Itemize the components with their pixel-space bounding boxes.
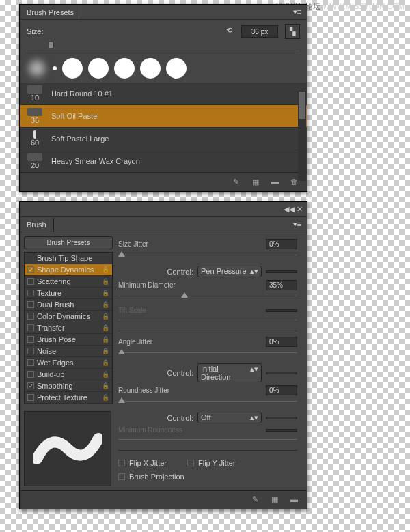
checkbox[interactable] [27, 278, 34, 285]
brush-projection-checkbox[interactable] [118, 473, 125, 480]
min-diameter-input[interactable]: 35% [266, 280, 297, 290]
opt-wet-edges: Wet Edges🔒 [25, 357, 112, 369]
new-preset-icon[interactable]: ▬ [271, 178, 281, 187]
opt-build-up: Build-up🔒 [25, 369, 112, 380]
lock-icon[interactable]: 🔒 [102, 348, 109, 354]
flip-y-checkbox[interactable] [187, 460, 194, 466]
angle-control-dropdown[interactable]: Initial Direction▴▾ [197, 363, 262, 382]
checkbox[interactable] [27, 266, 34, 273]
checkbox[interactable] [27, 348, 34, 354]
flip-x-checkbox[interactable] [118, 460, 125, 466]
new-preset-icon[interactable]: ▬ [290, 495, 300, 505]
lock-icon[interactable]: 🔒 [102, 290, 109, 296]
tab-brush-presets[interactable]: Brush Presets [20, 5, 81, 19]
brush-toggle-icon[interactable]: ✎ [233, 178, 243, 187]
opt-smoothing[interactable]: Smoothing🔒 [25, 380, 112, 392]
lock-icon[interactable]: 🔒 [102, 278, 109, 285]
lock-icon[interactable]: 🔒 [102, 394, 109, 401]
size-jitter-input[interactable]: 0% [266, 239, 297, 249]
trash-icon[interactable]: 🗑 [290, 178, 300, 187]
brush-preview [24, 411, 111, 486]
stroke-previews [20, 54, 307, 83]
brush-options-list: Brush Tip Shape Shape Dynamics🔒Scatterin… [24, 252, 113, 404]
lock-icon[interactable]: 🔒 [102, 359, 109, 366]
lock-icon[interactable]: 🔒 [102, 266, 109, 273]
opt-transfer[interactable]: Transfer🔒 [25, 322, 112, 334]
lock-icon[interactable]: 🔒 [102, 371, 109, 378]
size-input[interactable] [241, 25, 278, 38]
brush-item[interactable]: 36Soft Oil Pastel [20, 105, 307, 128]
checkbox[interactable] [27, 382, 34, 389]
opt-noise[interactable]: Noise🔒 [25, 346, 112, 357]
size-label: Size: [27, 27, 43, 36]
angle-jitter-slider[interactable] [118, 350, 297, 356]
preset-view-icon[interactable]: ▦ [252, 178, 262, 187]
checkbox [27, 290, 34, 296]
lock-icon[interactable]: 🔒 [102, 324, 109, 331]
lock-icon[interactable]: 🔒 [102, 382, 109, 389]
brush-presets-panel: Brush Presets ▾≡ Size: ⟲ ▚ 10Hard Round … [19, 4, 308, 192]
checkbox [27, 301, 34, 308]
brush-item[interactable]: 10Hard Round 10 #1 [20, 83, 307, 105]
tab-brush[interactable]: Brush [20, 218, 54, 232]
lock-icon[interactable]: 🔒 [102, 336, 109, 343]
angle-jitter-input[interactable]: 0% [266, 337, 297, 347]
size-control-dropdown[interactable]: Pen Pressure▴▾ [197, 266, 262, 277]
toggle-preview-icon[interactable]: ▚ [285, 24, 300, 39]
reset-size-icon[interactable]: ⟲ [226, 26, 237, 37]
opt-brush-pose[interactable]: Brush Pose🔒 [25, 334, 112, 346]
opt-dual-brush: Dual Brush🔒 [25, 299, 112, 311]
scrollbar[interactable] [298, 91, 306, 181]
lock-icon[interactable]: 🔒 [102, 301, 109, 308]
checkbox[interactable] [27, 324, 34, 331]
brush-toggle-icon[interactable]: ✎ [252, 495, 262, 505]
checkbox [27, 371, 34, 378]
brush-item[interactable]: 20Heavy Smear Wax Crayon [20, 150, 307, 173]
lock-icon[interactable]: 🔒 [102, 313, 109, 320]
checkbox[interactable] [27, 336, 34, 343]
opt-color-dynamics: Color Dynamics🔒 [25, 311, 112, 322]
brush-presets-button[interactable]: Brush Presets [24, 236, 113, 249]
opt-shape-dynamics[interactable]: Shape Dynamics🔒 [25, 264, 112, 276]
brush-item[interactable]: 60Soft Pastel Large [20, 128, 307, 150]
opt-scattering[interactable]: Scattering🔒 [25, 276, 112, 288]
opt-texture: Texture🔒 [25, 288, 112, 299]
roundness-control-dropdown[interactable]: Off▴▾ [197, 412, 262, 423]
checkbox [27, 359, 34, 366]
size-jitter-slider[interactable] [118, 252, 297, 259]
roundness-jitter-input[interactable]: 0% [266, 385, 297, 395]
min-diameter-slider[interactable] [118, 293, 297, 300]
opt-tip-shape[interactable]: Brush Tip Shape [25, 253, 112, 264]
brush-panel: ◀◀ ✕ Brush ▾≡ Brush Presets Brush Tip Sh… [19, 201, 308, 509]
checkbox [27, 394, 34, 401]
panel-menu-icon[interactable]: ▾≡ [288, 220, 307, 229]
opt-protect-texture: Protect Texture🔒 [25, 392, 112, 404]
brush-list: 10Hard Round 10 #1 36Soft Oil Pastel 60S… [20, 83, 307, 173]
collapse-icon[interactable]: ◀◀ ✕ [279, 205, 307, 214]
size-slider[interactable] [27, 43, 300, 51]
roundness-jitter-slider[interactable] [118, 398, 297, 405]
panel-menu-icon[interactable]: ▾≡ [288, 8, 307, 16]
preset-view-icon[interactable]: ▦ [271, 495, 281, 505]
checkbox [27, 313, 34, 320]
